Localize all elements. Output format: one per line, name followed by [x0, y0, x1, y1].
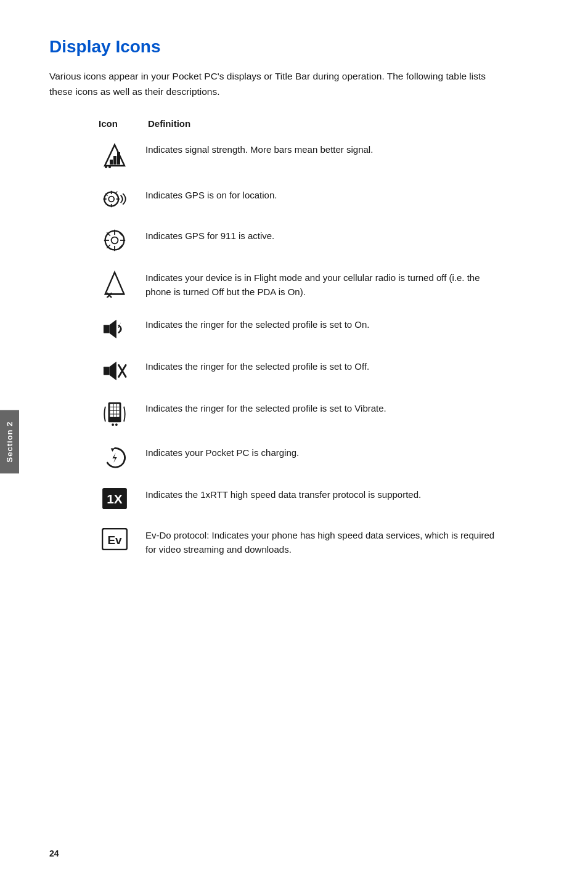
svg-point-43 — [115, 423, 118, 426]
flight-mode-def: Indicates your device is in Flight mode … — [145, 269, 505, 299]
gps-911-def: Indicates GPS for 911 is active. — [145, 227, 505, 243]
evdo-def: Ev-Do protocol: Indicates your phone has… — [145, 527, 505, 557]
svg-point-16 — [112, 237, 118, 243]
list-item: Indicates the ringer for the selected pr… — [99, 316, 505, 341]
svg-rect-31 — [104, 367, 110, 375]
gps-911-icon — [99, 227, 131, 252]
intro-text: Various icons appear in your Pocket PC's… — [49, 69, 505, 100]
svg-marker-32 — [109, 362, 116, 380]
1xrtt-icon: 1X — [99, 486, 131, 510]
evdo-icon: Ev — [99, 527, 131, 550]
ringer-on-icon — [99, 316, 131, 341]
svg-rect-2 — [113, 156, 116, 165]
svg-marker-44 — [111, 449, 115, 452]
list-item: Ev Ev-Do protocol: Indicates your phone … — [99, 527, 505, 557]
1xrtt-def: Indicates the 1xRTT high speed data tran… — [145, 486, 505, 502]
gps-on-icon — [99, 187, 131, 210]
svg-rect-3 — [117, 152, 120, 165]
flight-mode-icon — [99, 269, 131, 298]
svg-rect-1 — [110, 160, 113, 165]
ringer-on-def: Indicates the ringer for the selected pr… — [145, 316, 505, 332]
section-tab: Section 2 — [0, 410, 19, 473]
charging-icon — [99, 444, 131, 469]
svg-marker-25 — [105, 272, 125, 293]
svg-rect-29 — [104, 325, 110, 333]
gps-on-def: Indicates GPS is on for location. — [145, 187, 505, 202]
svg-point-6 — [108, 166, 111, 168]
table-header: IconDefinition — [49, 118, 505, 129]
signal-strength-def: Indicates signal strength. More bars mea… — [145, 141, 505, 157]
svg-point-8 — [108, 196, 114, 201]
ringer-vibrate-icon — [99, 400, 131, 427]
page-number: 24 — [49, 848, 59, 858]
svg-marker-30 — [109, 320, 116, 338]
ringer-off-def: Indicates the ringer for the selected pr… — [145, 358, 505, 373]
list-item: Indicates the ringer for the selected pr… — [99, 358, 505, 383]
list-item: Indicates your Pocket PC is charging. — [99, 444, 505, 469]
svg-text:1X: 1X — [107, 492, 123, 506]
list-item: 1X Indicates the 1xRTT high speed data t… — [99, 486, 505, 510]
icon-table: Indicates signal strength. More bars mea… — [49, 141, 505, 557]
svg-point-42 — [112, 423, 114, 426]
list-item: Indicates GPS for 911 is active. — [99, 227, 505, 252]
ringer-vibrate-def: Indicates the ringer for the selected pr… — [145, 400, 505, 415]
svg-text:Ev: Ev — [107, 534, 122, 547]
list-item: Indicates signal strength. More bars mea… — [99, 141, 505, 169]
ringer-off-icon — [99, 358, 131, 383]
charging-def: Indicates your Pocket PC is charging. — [145, 444, 505, 460]
list-item: Indicates your device is in Flight mode … — [99, 269, 505, 299]
signal-strength-icon — [99, 141, 131, 169]
page-title: Display Icons — [49, 37, 505, 57]
svg-point-5 — [105, 166, 107, 168]
icon-column-header: Icon — [99, 118, 148, 129]
list-item: Indicates the ringer for the selected pr… — [99, 400, 505, 427]
list-item: Indicates GPS is on for location. — [99, 187, 505, 210]
def-column-header: Definition — [148, 118, 190, 129]
